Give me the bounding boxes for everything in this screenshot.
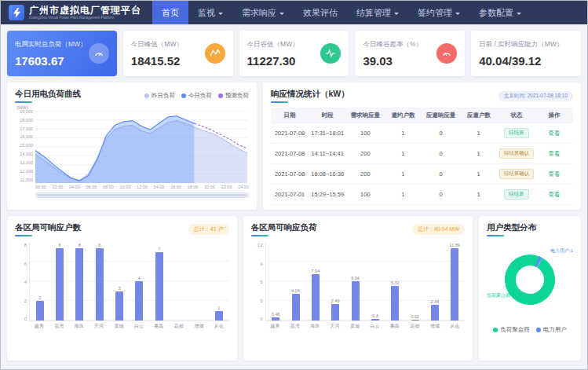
view-link[interactable]: 查看 bbox=[548, 130, 560, 137]
nav-item-3[interactable]: 效果评估 bbox=[294, 1, 347, 24]
y-tick: 0 bbox=[260, 317, 262, 321]
table-header-cell: 操作 bbox=[535, 108, 573, 123]
bar-column: 8 bbox=[90, 243, 108, 321]
bar bbox=[371, 319, 379, 321]
datazoom-slider[interactable] bbox=[35, 192, 249, 198]
bar-value-label: 4.04 bbox=[291, 288, 300, 293]
x-tick: 08:00 bbox=[103, 185, 114, 189]
x-axis-label: 黄埔 bbox=[346, 323, 364, 330]
table-cell: 0 bbox=[422, 164, 460, 185]
kpi-label: 电网实时总负荷（MW） bbox=[15, 40, 87, 49]
y-tick: 19,000 bbox=[20, 110, 33, 115]
legend-item[interactable]: 电力用户 bbox=[536, 326, 567, 334]
x-tick: 18:00 bbox=[188, 185, 199, 189]
y-tick: 0 bbox=[24, 317, 27, 321]
total-badge: 总计：41 户 bbox=[188, 224, 229, 235]
y-tick: 6 bbox=[260, 280, 262, 284]
bar-column: 0.46 bbox=[267, 243, 285, 321]
bar bbox=[352, 281, 360, 321]
table-cell: 查看 bbox=[535, 185, 573, 205]
y-tick: 3 bbox=[260, 299, 262, 303]
bar bbox=[36, 301, 44, 321]
view-link[interactable]: 查看 bbox=[548, 191, 560, 198]
legend-item[interactable]: 今日负荷 bbox=[181, 92, 212, 100]
bar-value-label: 5.32 bbox=[391, 280, 400, 285]
legend-dot-icon bbox=[181, 93, 186, 98]
legend-item[interactable]: 负荷聚合商 bbox=[493, 326, 530, 334]
legend-item[interactable]: 预测负荷 bbox=[218, 92, 249, 100]
bar-column bbox=[190, 243, 208, 321]
status-badge: 待结算确认 bbox=[499, 148, 535, 159]
kpi-value: 40.04/39.12 bbox=[479, 54, 563, 68]
x-axis-label: 白云 bbox=[366, 323, 384, 330]
view-link[interactable]: 查看 bbox=[548, 150, 560, 157]
table-header-cell: 需求响应量 bbox=[346, 108, 384, 123]
x-tick: 02:00 bbox=[53, 185, 64, 189]
table-cell: 100 bbox=[346, 185, 384, 205]
bar bbox=[331, 304, 339, 321]
table-cell: 1 bbox=[384, 185, 422, 205]
bar-column: 3 bbox=[111, 243, 129, 321]
table-cell: 查看 bbox=[535, 144, 573, 164]
table-cell: 1 bbox=[460, 144, 498, 164]
nav-item-4[interactable]: 结算管理 bbox=[347, 1, 408, 24]
bar-column: 2 bbox=[31, 243, 49, 321]
x-tick: 14:00 bbox=[154, 185, 165, 189]
y-tick: 2 bbox=[24, 299, 27, 303]
panel-title: 用户类型分布 bbox=[487, 222, 573, 236]
table-cell: 14:11~14:41 bbox=[309, 144, 346, 164]
x-axis-label: 从化 bbox=[210, 323, 228, 330]
x-axis-label: 花都 bbox=[406, 323, 424, 330]
nav-item-1[interactable]: 监视 bbox=[188, 1, 232, 24]
x-axis-label: 海珠 bbox=[306, 323, 324, 330]
y-tick: 14,000 bbox=[20, 152, 33, 157]
kpi-card-today-peak: 今日峰值（MW） 18415.52 bbox=[123, 31, 233, 76]
x-axis-label: 荔湾 bbox=[50, 323, 68, 330]
kpi-card-response-capacity: 日前 / 实时响应能力（MW） 40.04/39.12 bbox=[471, 31, 581, 76]
bar bbox=[451, 248, 458, 321]
donut-callout-power-user: 电力用户:1 bbox=[550, 247, 573, 255]
legend-dot-icon bbox=[493, 328, 498, 332]
x-tick: 20:00 bbox=[204, 185, 215, 189]
bar-column: 2.44 bbox=[426, 243, 444, 321]
table-cell: 1 bbox=[384, 164, 422, 185]
bar bbox=[115, 291, 123, 321]
table-cell: 1 bbox=[384, 144, 422, 164]
kpi-row: 电网实时总负荷（MW） 17603.67 今日峰值（MW） 18415.52 今… bbox=[7, 31, 581, 76]
nav-item-2[interactable]: 需求响应 bbox=[232, 1, 294, 24]
x-axis-label: 天河 bbox=[326, 323, 344, 330]
table-cell: 16:08~16:36 bbox=[309, 164, 346, 185]
table-cell: 1 bbox=[460, 123, 498, 144]
table-cell: 待结算 bbox=[498, 185, 535, 205]
nav-item-5[interactable]: 签约管理 bbox=[408, 1, 469, 24]
bar bbox=[215, 311, 223, 321]
kpi-value: 17603.67 bbox=[15, 54, 87, 68]
y-tick: 18,000 bbox=[20, 119, 33, 123]
table-cell: 查看 bbox=[535, 123, 573, 144]
kpi-value: 39.03 bbox=[363, 54, 422, 68]
speedometer-icon bbox=[436, 43, 457, 64]
y-axis-ticks: 129630 bbox=[251, 243, 265, 321]
brand: 广州市虚拟电厂管理平台 Guangzhou Virtual Power Plan… bbox=[29, 5, 141, 20]
x-tick: 16:00 bbox=[170, 185, 181, 189]
x-axis-label: 越秀 bbox=[266, 323, 284, 330]
table-cell: 待结算确认 bbox=[498, 164, 535, 185]
nav-item-6[interactable]: 参数配置 bbox=[469, 1, 531, 24]
beijing-time-badge: 北京时间: 2021-07-08 18:10 bbox=[499, 91, 573, 101]
bar-value-label: 1 bbox=[217, 306, 220, 310]
bar-value-label: 8 bbox=[79, 243, 81, 247]
view-link[interactable]: 查看 bbox=[548, 170, 560, 178]
bar-column: 0.3 bbox=[366, 243, 384, 321]
bar-value-label: 2 bbox=[38, 295, 41, 300]
bar bbox=[96, 248, 104, 321]
nav-item-0[interactable]: 首页 bbox=[152, 1, 188, 24]
main-nav: 首页监视需求响应效果评估结算管理签约管理参数配置 bbox=[152, 1, 531, 24]
table-cell: 1 bbox=[460, 164, 498, 185]
legend-item[interactable]: 昨日负荷 bbox=[144, 92, 175, 100]
bar-column bbox=[170, 243, 188, 321]
panel-title: 各区局可响应户数 bbox=[15, 222, 81, 236]
bar-column: 8 bbox=[71, 243, 89, 321]
bar-value-label: 0.02 bbox=[411, 314, 419, 319]
table-row: 2021-07-0816:08~16:36200101待结算确认查看 bbox=[271, 164, 573, 185]
chevron-down-icon bbox=[455, 13, 460, 17]
